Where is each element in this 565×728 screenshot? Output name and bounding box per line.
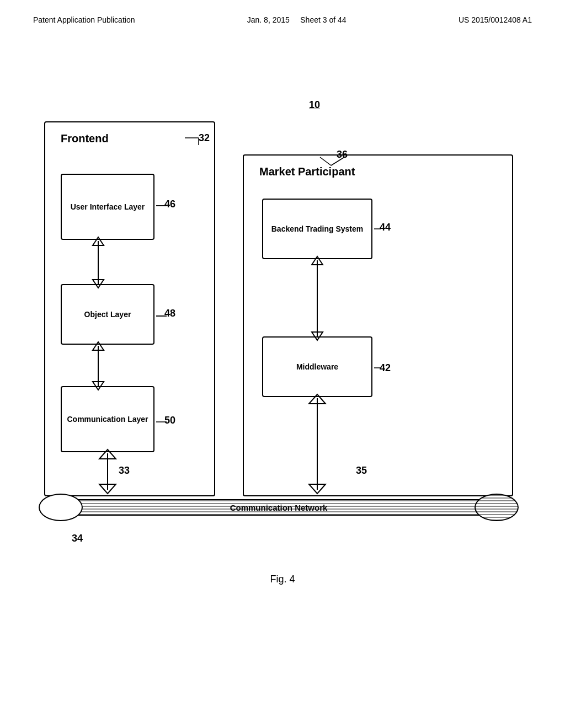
frontend-label: Frontend bbox=[61, 132, 109, 145]
ui-layer-box: User Interface Layer bbox=[61, 174, 154, 240]
diagram-area: 10 Frontend 32 Market Participant 36 Use… bbox=[0, 88, 565, 640]
label-42: 42 bbox=[380, 362, 391, 374]
fig-label: Fig. 4 bbox=[0, 574, 565, 585]
label-35: 35 bbox=[356, 465, 367, 477]
label-34: 34 bbox=[72, 533, 83, 544]
header-left: Patent Application Publication bbox=[33, 15, 135, 24]
label-50: 50 bbox=[164, 415, 175, 426]
communication-network-cylinder: Communication Network bbox=[39, 491, 519, 524]
header-center: Jan. 8, 2015 Sheet 3 of 44 bbox=[247, 15, 347, 24]
market-participant-label: Market Participant bbox=[259, 165, 355, 178]
header-right: US 2015/0012408 A1 bbox=[459, 15, 532, 24]
label-46: 46 bbox=[164, 199, 175, 210]
label-10: 10 bbox=[309, 99, 320, 111]
middleware-box: Middleware bbox=[262, 336, 372, 397]
label-36: 36 bbox=[337, 149, 348, 160]
sheet-info: Sheet 3 of 44 bbox=[300, 15, 346, 24]
label-48: 48 bbox=[164, 308, 175, 319]
label-32: 32 bbox=[199, 132, 210, 144]
page-header: Patent Application Publication Jan. 8, 2… bbox=[0, 0, 565, 24]
comm-layer-box: Communication Layer bbox=[61, 386, 154, 452]
network-label: Communication Network bbox=[39, 503, 519, 512]
label-44: 44 bbox=[380, 222, 391, 233]
backend-trading-box: Backend Trading System bbox=[262, 199, 372, 259]
object-layer-box: Object Layer bbox=[61, 284, 154, 345]
label-33: 33 bbox=[119, 465, 130, 477]
